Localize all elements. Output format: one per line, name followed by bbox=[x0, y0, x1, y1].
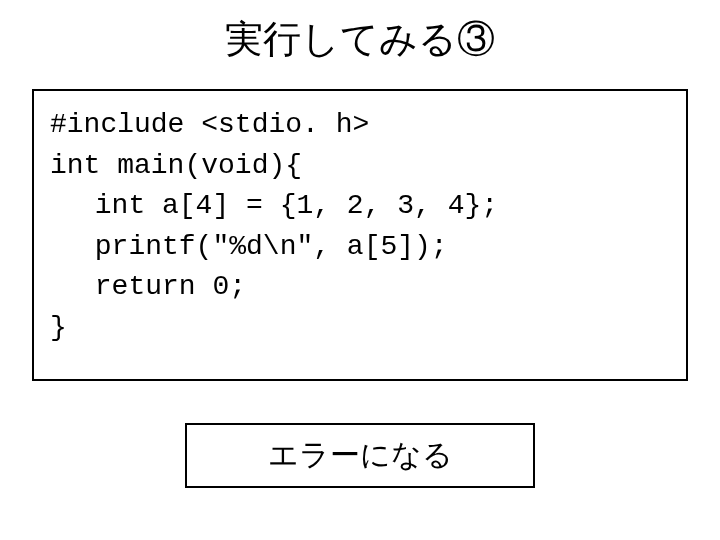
code-line-main: int main(void){ bbox=[50, 146, 670, 187]
code-line-printf: printf("%d\n", a[5]); bbox=[50, 227, 670, 268]
code-line-return: return 0; bbox=[50, 267, 670, 308]
code-text: return 0; bbox=[95, 271, 246, 302]
code-line-close-brace: } bbox=[50, 308, 670, 349]
code-block: #include <stdio. h> int main(void){ int … bbox=[32, 89, 688, 381]
code-text: printf("%d\n", a[5]); bbox=[95, 231, 448, 262]
result-label: エラーになる bbox=[185, 423, 535, 488]
code-line-include: #include <stdio. h> bbox=[50, 105, 670, 146]
slide-title: 実行してみる③ bbox=[0, 14, 720, 65]
code-text: int a[4] = {1, 2, 3, 4}; bbox=[95, 190, 498, 221]
code-line-array-decl: int a[4] = {1, 2, 3, 4}; bbox=[50, 186, 670, 227]
